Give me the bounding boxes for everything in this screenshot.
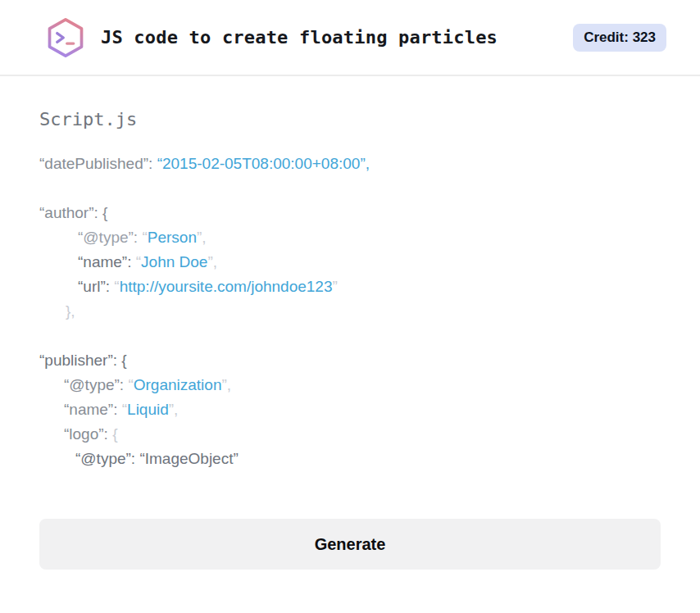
code-line: “name”: “Liquid”, [39,397,661,422]
code-line: “@type”: “ImageObject” [39,447,661,471]
code-segment: “@type”: [64,376,128,393]
page-title: JS code to create floating particles [101,27,573,48]
code-segment: Person [148,229,197,246]
code-line: }, [39,299,661,324]
code-line: “publisher”: { [39,348,661,373]
code-segment: http://yoursite.com/johndoe123 [120,278,333,295]
script-filename: Script.js [39,109,661,129]
main-content: Script.js “datePublished”: “2015-02-05T0… [0,109,700,570]
code-line: “datePublished”: “2015-02-05T08:00:00+08… [39,152,661,176]
code-line [39,176,661,201]
code-segment: Organization [134,376,222,393]
code-segment: “datePublished”: [39,155,157,172]
code-segment: John Doe [141,253,207,270]
code-segment: Liquid [127,401,169,418]
code-segment: “name”: [78,253,136,270]
code-line: “@type”: “Organization”, [39,373,661,397]
code-segment: “author”: { [39,204,107,221]
code-block: “datePublished”: “2015-02-05T08:00:00+08… [39,152,661,471]
code-segment: “@type”: [78,229,142,246]
code-segment: ”, [221,376,231,393]
code-segment: }, [66,302,75,320]
code-line [39,324,661,348]
code-line: “url”: “http://yoursite.com/johndoe123” [39,275,661,299]
code-segment: ” [333,278,338,295]
code-segment: ”, [197,229,207,246]
code-segment: ”, [207,253,217,270]
code-segment: “url”: [78,278,114,295]
code-line: “@type”: “Person”, [39,225,661,250]
credit-badge: Credit: 323 [573,24,666,52]
code-line: “logo”: { [39,422,661,447]
hexagon-outline [50,19,82,55]
header: JS code to create floating particles Cre… [0,0,700,76]
terminal-prompt-hexagon-icon [44,16,87,59]
code-segment: “name”: [64,401,122,418]
generate-button[interactable]: Generate [39,519,661,570]
code-segment: “logo”: [64,425,112,443]
code-segment: “publisher”: { [39,352,127,369]
code-segment: “@type”: “ImageObject” [75,450,239,467]
code-segment: { [112,425,117,443]
code-line: “name”: “John Doe”, [39,250,661,275]
chevron-prompt-icon [57,33,64,42]
code-segment: ”, [169,401,179,418]
code-line: “author”: { [39,201,661,225]
code-segment: “2015-02-05T08:00:00+08:00”, [157,155,370,172]
